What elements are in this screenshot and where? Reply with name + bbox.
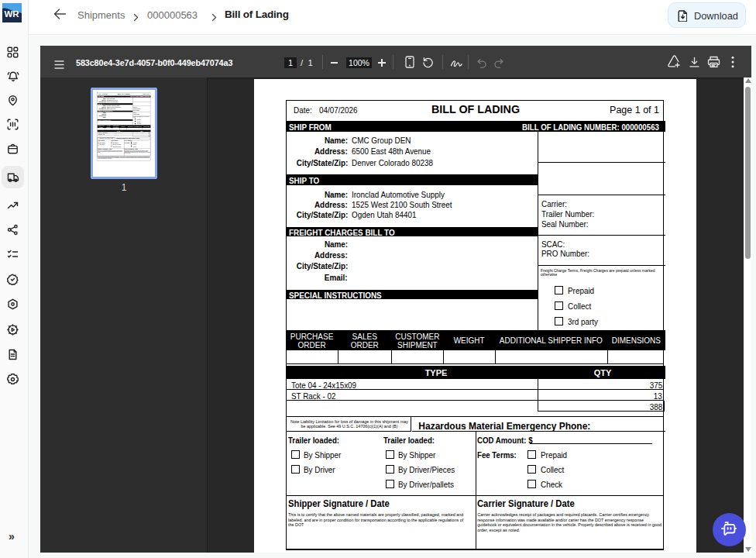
svg-text:WR: WR <box>4 9 19 19</box>
